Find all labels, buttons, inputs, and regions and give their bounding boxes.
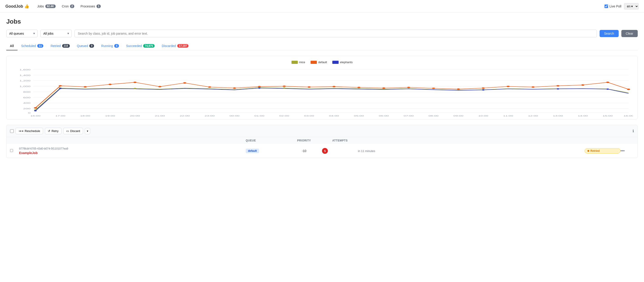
language-select[interactable]: en ▾ bbox=[624, 3, 638, 10]
tab-retried[interactable]: Retried 215 bbox=[47, 42, 73, 50]
svg-text:17:00: 17:00 bbox=[55, 115, 65, 117]
col-priority-header: PRIORITY bbox=[286, 139, 322, 142]
row-checkbox-cell bbox=[10, 149, 19, 153]
chart-legend: mice default elephants bbox=[11, 61, 633, 64]
brand: GoodJob 👍 bbox=[6, 4, 29, 9]
svg-point-60 bbox=[457, 88, 460, 90]
tab-scheduled[interactable]: Scheduled 11 bbox=[18, 42, 47, 50]
svg-point-64 bbox=[556, 85, 560, 86]
default-label: default bbox=[318, 61, 327, 64]
tab-running[interactable]: Running 4 bbox=[98, 42, 122, 50]
info-icon[interactable]: ℹ bbox=[632, 129, 634, 133]
svg-point-56 bbox=[357, 87, 360, 88]
svg-text:05:00: 05:00 bbox=[354, 115, 364, 117]
nav-jobs[interactable]: Jobs 92.4K bbox=[34, 3, 58, 10]
svg-text:20:00: 20:00 bbox=[130, 115, 140, 117]
svg-text:200: 200 bbox=[23, 107, 30, 110]
svg-point-57 bbox=[382, 87, 385, 89]
clear-button[interactable]: Clear bbox=[621, 30, 638, 37]
col-queue-header: QUEUE bbox=[246, 139, 286, 142]
queued-badge: 0 bbox=[89, 44, 94, 48]
col-attempts-header: ATTEMPTS bbox=[322, 139, 358, 142]
processes-count-badge: 1 bbox=[96, 5, 101, 8]
row-job-cell: 977f8cbf-6705-43d0-b074-5f1101077ea9 Exa… bbox=[19, 147, 246, 155]
time-text: in 11 minutes bbox=[358, 149, 375, 153]
search-button[interactable]: Search bbox=[600, 30, 618, 37]
svg-text:14:00: 14:00 bbox=[578, 115, 588, 117]
svg-point-58 bbox=[407, 87, 410, 88]
tab-all[interactable]: All bbox=[6, 42, 18, 50]
job-class[interactable]: ExampleJob bbox=[19, 151, 246, 155]
table-column-headers: QUEUE PRIORITY ATTEMPTS bbox=[6, 137, 638, 144]
select-all-checkbox[interactable] bbox=[10, 129, 14, 133]
svg-point-53 bbox=[283, 85, 286, 87]
svg-text:1,000: 1,000 bbox=[20, 85, 30, 87]
search-input[interactable] bbox=[74, 30, 597, 37]
legend-mice: mice bbox=[292, 61, 305, 64]
running-badge: 4 bbox=[114, 44, 119, 48]
job-id: 977f8cbf-6705-43d0-b074-5f1101077ea9 bbox=[19, 147, 246, 150]
svg-point-61 bbox=[482, 87, 485, 89]
svg-point-51 bbox=[233, 87, 236, 89]
actions-dropdown[interactable]: ▾ bbox=[85, 128, 90, 134]
svg-point-50 bbox=[208, 86, 211, 88]
row-select-checkbox[interactable] bbox=[10, 149, 13, 152]
default-color bbox=[310, 61, 317, 64]
status-badge: Retried bbox=[584, 148, 620, 154]
status-dot-icon bbox=[588, 150, 589, 152]
live-poll-label[interactable]: Live Poll bbox=[604, 5, 621, 8]
svg-point-76 bbox=[258, 87, 261, 89]
discarded-badge: 17,197 bbox=[177, 44, 189, 48]
col-time-header bbox=[358, 139, 584, 142]
live-poll-checkbox[interactable] bbox=[604, 5, 608, 8]
svg-text:16:00: 16:00 bbox=[30, 115, 40, 117]
succeeded-badge: 74,975 bbox=[143, 44, 154, 48]
svg-point-66 bbox=[606, 82, 609, 83]
svg-text:11:00: 11:00 bbox=[503, 115, 513, 117]
tab-discarded[interactable]: Discarded 17,197 bbox=[158, 42, 192, 50]
retry-button[interactable]: ↺ Retry bbox=[45, 128, 62, 134]
chart-container: mice default elephants bbox=[6, 56, 638, 119]
svg-text:09:00: 09:00 bbox=[454, 115, 464, 117]
svg-text:16:00: 16:00 bbox=[624, 115, 633, 117]
discard-button[interactable]: ▭ Discard bbox=[63, 128, 83, 134]
svg-point-79 bbox=[606, 89, 609, 90]
row-more-cell: ••• bbox=[620, 149, 634, 153]
attempts-badge: 5 bbox=[322, 148, 328, 154]
svg-point-43 bbox=[34, 107, 37, 108]
table-toolbar: ⇥⇥ Reschedule ↺ Retry ▭ Discard ▾ ℹ bbox=[6, 125, 638, 137]
col-checkbox-header bbox=[10, 139, 19, 142]
nav-cron[interactable]: Cron 2 bbox=[59, 3, 77, 10]
svg-text:1,400: 1,400 bbox=[20, 74, 30, 76]
svg-text:07:00: 07:00 bbox=[404, 115, 414, 117]
row-time-cell: in 11 minutes bbox=[358, 149, 584, 153]
svg-point-65 bbox=[581, 84, 584, 86]
table-row: 977f8cbf-6705-43d0-b074-5f1101077ea9 Exa… bbox=[6, 144, 638, 158]
tab-succeeded[interactable]: Succeeded 74,975 bbox=[122, 42, 158, 50]
brand-text: GoodJob 👍 bbox=[6, 4, 29, 9]
jobs-filter[interactable]: All jobs bbox=[40, 30, 72, 37]
svg-point-70 bbox=[134, 88, 136, 89]
svg-text:22:00: 22:00 bbox=[180, 115, 190, 117]
cron-count-badge: 2 bbox=[70, 5, 74, 8]
col-status-header bbox=[584, 139, 620, 142]
svg-text:400: 400 bbox=[23, 102, 30, 104]
scheduled-badge: 11 bbox=[37, 44, 43, 48]
svg-point-46 bbox=[108, 84, 112, 85]
svg-text:13:00: 13:00 bbox=[553, 115, 563, 117]
mice-color bbox=[292, 61, 298, 64]
svg-point-59 bbox=[432, 87, 435, 89]
navbar: GoodJob 👍 Jobs 92.4K Cron 2 Processes 1 … bbox=[0, 0, 644, 13]
svg-point-75 bbox=[59, 88, 62, 89]
nav-processes[interactable]: Processes 1 bbox=[78, 3, 104, 10]
svg-point-63 bbox=[532, 86, 535, 88]
row-more-button[interactable]: ••• bbox=[620, 149, 625, 153]
row-attempts-cell: 5 bbox=[322, 148, 358, 154]
page-content: Jobs All queues ▼ All jobs ▼ Search Clea… bbox=[0, 13, 644, 164]
tab-queued[interactable]: Queued 0 bbox=[74, 42, 98, 50]
legend-default: default bbox=[310, 61, 327, 64]
queue-filter[interactable]: All queues bbox=[6, 30, 38, 37]
svg-text:01:00: 01:00 bbox=[254, 115, 264, 117]
tabs-bar: All Scheduled 11 Retried 215 Queued 0 Ru… bbox=[6, 42, 638, 50]
reschedule-button[interactable]: ⇥⇥ Reschedule bbox=[16, 128, 43, 134]
